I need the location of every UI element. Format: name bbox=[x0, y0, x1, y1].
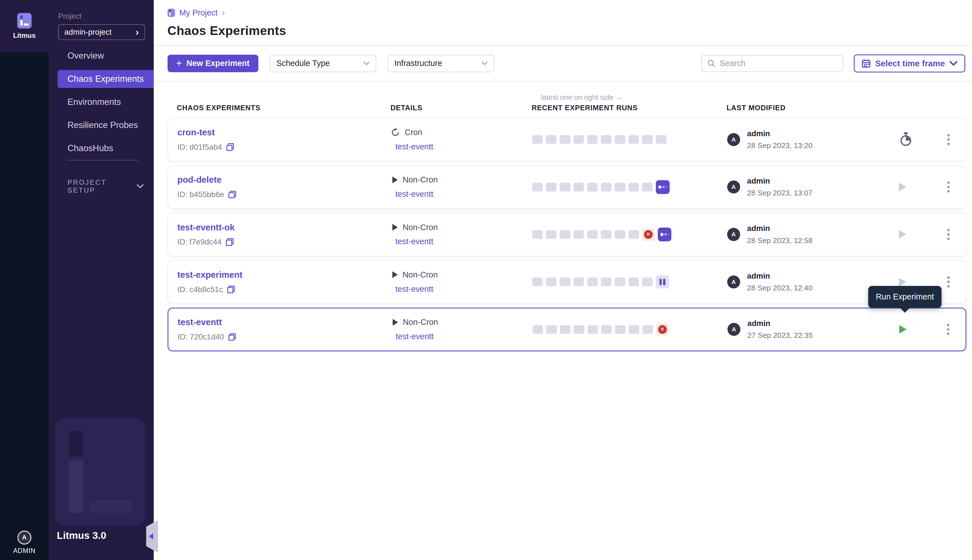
run-indicator-empty bbox=[656, 135, 667, 144]
sidebar-item-chaoshubs[interactable]: ChaosHubs bbox=[49, 139, 154, 157]
project-setup-toggle[interactable]: PROJECT SETUP bbox=[67, 178, 143, 194]
run-indicator-paused bbox=[656, 275, 669, 289]
user-avatar[interactable]: A bbox=[17, 531, 31, 545]
column-header-chaos-experiments: CHAOS EXPERIMENTS bbox=[177, 104, 390, 112]
run-indicator-empty bbox=[574, 325, 584, 334]
recent-run-indicators bbox=[532, 275, 727, 289]
chevron-left-icon bbox=[149, 533, 153, 539]
experiment-row-cron-test[interactable]: cron-test ID: d01f5ab4 Cron test-eventt … bbox=[168, 118, 967, 161]
run-experiment-tooltip: Run Experiment bbox=[868, 286, 941, 308]
run-experiment-button[interactable] bbox=[899, 183, 906, 191]
search-input[interactable] bbox=[720, 58, 837, 68]
brand-block: Litmus bbox=[0, 0, 49, 52]
experiment-name-link[interactable]: test-eventt bbox=[178, 317, 391, 327]
project-logo-icon bbox=[168, 9, 175, 17]
modified-by: admin bbox=[747, 129, 813, 138]
project-selector[interactable]: admin-project › bbox=[58, 24, 145, 40]
target-infra-link[interactable]: test-eventt bbox=[391, 285, 532, 294]
avatar: A bbox=[727, 180, 740, 194]
search-box bbox=[701, 55, 843, 72]
modified-at: 28 Sep 2023, 13:20 bbox=[747, 141, 813, 150]
non-cron-icon bbox=[392, 177, 398, 183]
schedule-type-dropdown[interactable]: Schedule Type bbox=[270, 55, 377, 72]
run-indicator-empty bbox=[546, 135, 557, 144]
row-menu-button[interactable] bbox=[945, 274, 951, 289]
run-indicator-failed: ✕ bbox=[656, 323, 669, 336]
copy-icon[interactable] bbox=[228, 333, 236, 341]
run-experiment-button[interactable] bbox=[899, 278, 906, 286]
new-experiment-button[interactable]: + New Experiment bbox=[168, 55, 258, 72]
target-infra-link[interactable]: test-eventt bbox=[391, 237, 532, 246]
target-infra-link[interactable]: test-eventt bbox=[391, 332, 532, 341]
run-experiment-button[interactable] bbox=[899, 230, 906, 238]
run-indicator-empty bbox=[546, 183, 557, 192]
copy-icon[interactable] bbox=[227, 286, 235, 293]
run-experiment-button[interactable] bbox=[899, 325, 907, 333]
select-time-frame-button[interactable]: Select time frame bbox=[854, 54, 965, 72]
chevron-down-icon bbox=[137, 184, 143, 188]
avatar: A bbox=[727, 323, 741, 336]
sidebar-item-label: Overview bbox=[67, 51, 104, 61]
run-indicator-empty bbox=[587, 325, 598, 334]
sidebar-collapse-button[interactable] bbox=[146, 520, 158, 553]
sidebar-item-overview[interactable]: Overview bbox=[49, 47, 154, 65]
breadcrumb-separator: › bbox=[222, 8, 225, 18]
infrastructure-dropdown[interactable]: Infrastructure bbox=[388, 55, 494, 72]
schedule-type-value: Schedule Type bbox=[277, 58, 330, 68]
sidebar-item-label: ChaosHubs bbox=[67, 143, 113, 153]
recent-run-indicators: ✕ bbox=[532, 323, 727, 336]
experiment-name-link[interactable]: cron-test bbox=[177, 127, 391, 138]
run-indicator-empty bbox=[574, 277, 584, 286]
runs-order-note: latest one on right side → bbox=[541, 93, 622, 102]
sidebar: Project admin-project › Overview Chaos E… bbox=[49, 0, 154, 560]
experiment-row-test-eventt-ok[interactable]: test-eventt-ok ID: f7e9dc44 Non-Cron tes… bbox=[168, 213, 967, 256]
row-menu-button[interactable] bbox=[945, 322, 951, 337]
chevron-down-icon bbox=[949, 61, 958, 66]
schedule-type-label: Non-Cron bbox=[403, 318, 438, 327]
experiment-row-pod-delete[interactable]: pod-delete ID: b455bb6e Non-Cron test-ev… bbox=[168, 165, 967, 209]
run-indicator-empty bbox=[587, 183, 598, 192]
copy-icon[interactable] bbox=[228, 191, 236, 198]
sidebar-item-chaos-experiments[interactable]: Chaos Experiments bbox=[58, 70, 154, 88]
row-menu-button[interactable] bbox=[945, 227, 951, 242]
target-infra-link[interactable]: test-eventt bbox=[391, 190, 532, 199]
copy-icon[interactable] bbox=[226, 238, 233, 246]
experiment-name-link[interactable]: pod-delete bbox=[177, 175, 391, 185]
recent-run-indicators: ✕ bbox=[532, 228, 727, 242]
run-indicator-failed: ✕ bbox=[642, 228, 654, 241]
run-indicator-empty bbox=[615, 183, 625, 192]
target-infra-link[interactable]: test-eventt bbox=[391, 142, 532, 152]
run-indicator-empty bbox=[629, 135, 639, 144]
breadcrumb-project-link[interactable]: My Project bbox=[179, 8, 218, 17]
experiment-name-link[interactable]: test-experiment bbox=[177, 270, 391, 280]
non-cron-icon bbox=[392, 224, 398, 231]
run-indicator-empty bbox=[642, 183, 653, 192]
experiment-name-link[interactable]: test-eventt-ok bbox=[177, 222, 391, 233]
litmus-app: Litmus A ADMIN Project admin-project › O… bbox=[0, 0, 972, 560]
current-user-block[interactable]: A ADMIN bbox=[0, 531, 49, 555]
row-menu-button[interactable] bbox=[945, 132, 951, 147]
run-indicator-empty bbox=[574, 230, 584, 239]
litmus-watermark-logo bbox=[55, 418, 145, 526]
modified-by: admin bbox=[747, 177, 813, 185]
column-header-details: DETAILS bbox=[390, 104, 532, 112]
app-version: Litmus 3.0 bbox=[57, 530, 106, 542]
run-indicator-empty bbox=[615, 230, 625, 239]
row-menu-button[interactable] bbox=[945, 180, 951, 195]
experiment-row-test-eventt[interactable]: test-eventt ID: 720c1d40 Non-Cron test-e… bbox=[168, 308, 967, 351]
project-setup-label: PROJECT SETUP bbox=[67, 178, 137, 194]
experiment-row-test-experiment[interactable]: test-experiment ID: c4b8c51c Non-Cron te… bbox=[168, 260, 967, 304]
run-indicator-running bbox=[658, 228, 672, 242]
sidebar-item-label: Chaos Experiments bbox=[67, 74, 144, 84]
schedule-type-label: Non-Cron bbox=[402, 175, 438, 184]
sidebar-item-environments[interactable]: Environments bbox=[49, 93, 154, 111]
modified-by: admin bbox=[747, 272, 813, 280]
run-indicator-empty bbox=[587, 135, 598, 144]
chevron-right-icon: › bbox=[136, 27, 139, 37]
copy-icon[interactable] bbox=[227, 143, 234, 151]
experiment-id: ID: 720c1d40 bbox=[178, 332, 224, 342]
new-experiment-label: New Experiment bbox=[187, 58, 250, 68]
sidebar-item-resilience-probes[interactable]: Resilience Probes bbox=[49, 116, 154, 134]
run-indicator-empty bbox=[532, 230, 543, 239]
run-indicator-empty bbox=[560, 183, 570, 192]
